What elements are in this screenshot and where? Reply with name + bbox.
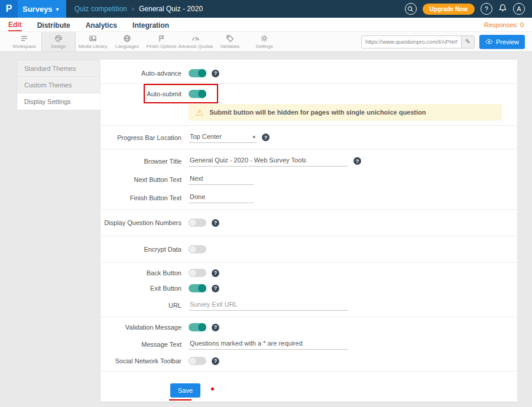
auto-submit-label: Auto-submit (100, 90, 181, 97)
warning-triangle-icon (196, 108, 203, 117)
tab-workspace[interactable]: Workspace (7, 32, 41, 51)
message-text-input[interactable] (189, 338, 348, 350)
browser-title-help-icon[interactable] (353, 157, 361, 165)
nav-item-integration[interactable]: Integration (132, 19, 169, 31)
help-circle-icon[interactable] (481, 3, 492, 15)
auto-advance-row: Auto-advance (100, 66, 517, 81)
themes-sidebar: Standard Themes Custom Themes Display Se… (17, 60, 100, 110)
exit-url-input[interactable] (189, 299, 348, 311)
tab-finish-options[interactable]: Finish Options (144, 32, 179, 51)
edit-url-pencil-icon[interactable] (461, 35, 474, 48)
responses-count[interactable]: Responses: 0 (484, 21, 524, 28)
auto-submit-row: Auto-submit (100, 86, 517, 102)
validation-message-toggle[interactable] (189, 323, 206, 331)
tab-design[interactable]: Design (41, 32, 76, 51)
annotation-red-dot (211, 388, 214, 390)
tab-languages[interactable]: Languages (110, 32, 144, 51)
surveys-menu[interactable]: P Surveys (0, 0, 66, 18)
exit-url-label: URL (100, 302, 181, 309)
social-network-toolbar-label: Social Network Toolbar (100, 357, 181, 364)
topbar: P Surveys Quiz competition General Quiz … (0, 0, 532, 18)
progress-bar-location-select[interactable]: Top Center (189, 132, 257, 143)
save-row: Save (100, 374, 517, 398)
settings-gear-icon (260, 34, 268, 43)
social-network-toolbar-row: Social Network Toolbar (100, 353, 517, 369)
warning-text: Submit button will be hidden for pages w… (209, 109, 426, 116)
display-question-numbers-toggle[interactable] (189, 219, 206, 227)
nav-item-distribute[interactable]: Distribute (37, 19, 70, 31)
secondary-nav: Edit Distribute Analytics Integration Re… (0, 18, 532, 32)
exit-button-help-icon[interactable] (212, 285, 219, 292)
breadcrumb-separator (132, 5, 134, 13)
divider (100, 83, 517, 84)
tab-media-library[interactable]: Media Library (76, 32, 110, 51)
progress-bar-help-icon[interactable] (262, 134, 270, 141)
exit-button-toggle[interactable] (189, 284, 206, 292)
auto-submit-toggle[interactable] (189, 90, 206, 98)
progress-bar-location-row: Progress Bar Location Top Center (100, 128, 517, 146)
search-icon[interactable] (405, 3, 417, 15)
upgrade-now-button[interactable]: Upgrade Now (423, 4, 475, 15)
bell-icon[interactable] (498, 4, 507, 15)
avatar[interactable]: A (513, 3, 525, 15)
validation-message-label: Validation Message (100, 324, 181, 331)
exit-button-row: Exit Button (100, 281, 517, 296)
divider (100, 209, 517, 210)
auto-advance-help-icon[interactable] (212, 70, 219, 77)
tab-advance-quotas[interactable]: Advance Quotas (179, 32, 213, 51)
tab-settings[interactable]: Settings (247, 32, 281, 51)
back-button-help-icon[interactable] (212, 269, 219, 277)
browser-title-input[interactable] (189, 155, 348, 167)
validation-message-help-icon[interactable] (212, 324, 219, 331)
survey-url-input[interactable] (362, 38, 461, 45)
divider (100, 149, 517, 149)
divider (100, 236, 517, 236)
tab-variables[interactable]: Variables (213, 32, 247, 51)
surveys-menu-label: Surveys (22, 5, 53, 14)
display-question-numbers-row: Display Question Numbers (100, 212, 517, 233)
auto-advance-toggle[interactable] (189, 69, 206, 77)
progress-bar-location-value: Top Center (190, 133, 222, 140)
next-button-text-input[interactable] (189, 174, 254, 185)
sidebar-item-custom-themes[interactable]: Custom Themes (17, 77, 100, 93)
content-area: Standard Themes Custom Themes Display Se… (0, 52, 532, 407)
variables-icon (226, 34, 234, 43)
save-button[interactable]: Save (170, 383, 200, 398)
chevron-down-icon (56, 6, 59, 12)
questionpro-logo: P (0, 0, 18, 18)
media-library-icon (89, 34, 97, 43)
languages-icon (123, 34, 131, 43)
browser-title-row: Browser Title (100, 152, 517, 170)
message-text-row: Message Text (100, 335, 517, 353)
divider (100, 371, 517, 372)
sidebar-item-standard-themes[interactable]: Standard Themes (17, 60, 100, 77)
display-question-numbers-label: Display Question Numbers (100, 219, 181, 226)
breadcrumb-parent-link[interactable]: Quiz competition (74, 5, 127, 13)
auto-advance-label: Auto-advance (100, 70, 181, 77)
encrypt-data-toggle[interactable] (189, 245, 206, 253)
back-button-toggle[interactable] (189, 269, 206, 277)
next-button-text-row: Next Button Text (100, 170, 517, 188)
survey-url-box (361, 35, 475, 48)
message-text-label: Message Text (100, 341, 181, 348)
validation-message-row: Validation Message (100, 320, 517, 335)
design-icon (54, 34, 63, 43)
exit-url-row: URL (100, 296, 517, 314)
encrypt-data-row: Encrypt Data (100, 239, 517, 260)
toolbar-right: Preview (361, 32, 525, 51)
nav-item-edit[interactable]: Edit (8, 18, 22, 31)
social-network-toolbar-help-icon[interactable] (212, 357, 219, 365)
finish-button-text-row: Finish Button Text (100, 188, 517, 207)
social-network-toolbar-toggle[interactable] (189, 357, 206, 365)
design-toolbar: Workspace Design Media Library Languages (0, 32, 532, 52)
preview-button[interactable]: Preview (479, 35, 525, 49)
chevron-down-icon (252, 133, 255, 140)
topbar-actions: Upgrade Now A (405, 3, 532, 15)
display-question-numbers-help-icon[interactable] (212, 219, 219, 227)
nav-item-analytics[interactable]: Analytics (86, 19, 117, 31)
progress-bar-location-label: Progress Bar Location (100, 134, 181, 141)
finish-button-text-input[interactable] (189, 192, 254, 203)
divider (100, 262, 517, 263)
back-button-row: Back Button (100, 265, 517, 281)
sidebar-item-display-settings[interactable]: Display Settings (17, 93, 100, 110)
